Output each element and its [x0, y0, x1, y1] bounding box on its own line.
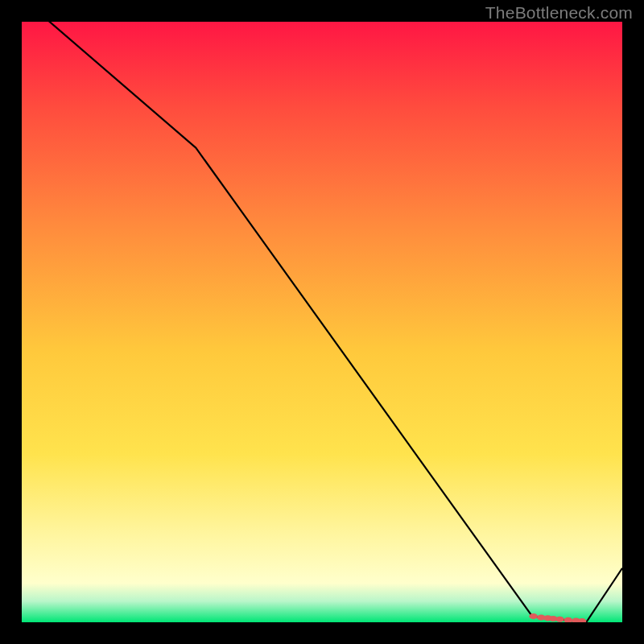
plot-area [22, 22, 622, 622]
chart-frame: TheBottleneck.com [0, 0, 644, 644]
watermark-text: TheBottleneck.com [485, 3, 633, 23]
chart-svg [22, 22, 622, 622]
marker-dot [555, 617, 564, 622]
marker-dot [529, 613, 538, 619]
